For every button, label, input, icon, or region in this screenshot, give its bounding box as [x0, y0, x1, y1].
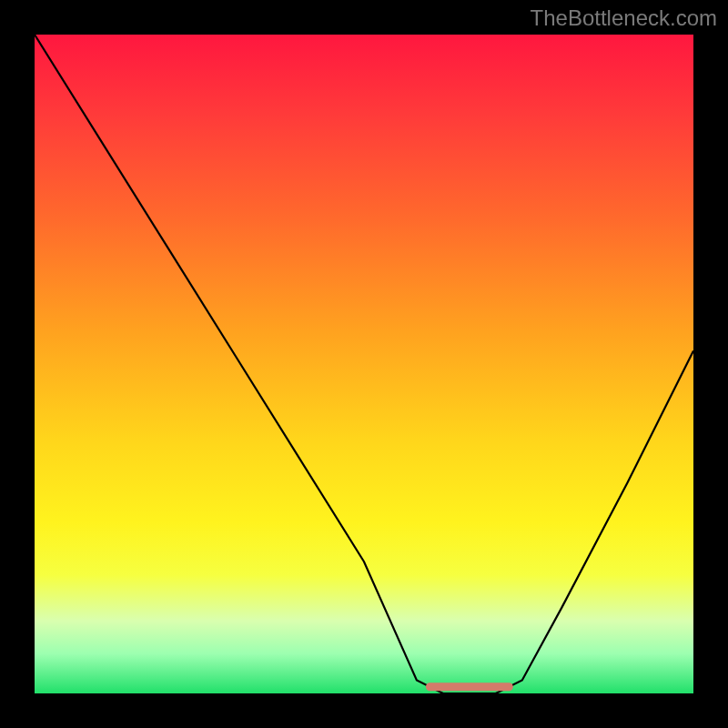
bottleneck-curve-svg — [35, 35, 693, 693]
watermark-text: TheBottleneck.com — [531, 5, 717, 31]
bottleneck-curve-path — [35, 35, 693, 693]
plot-area — [35, 35, 693, 693]
